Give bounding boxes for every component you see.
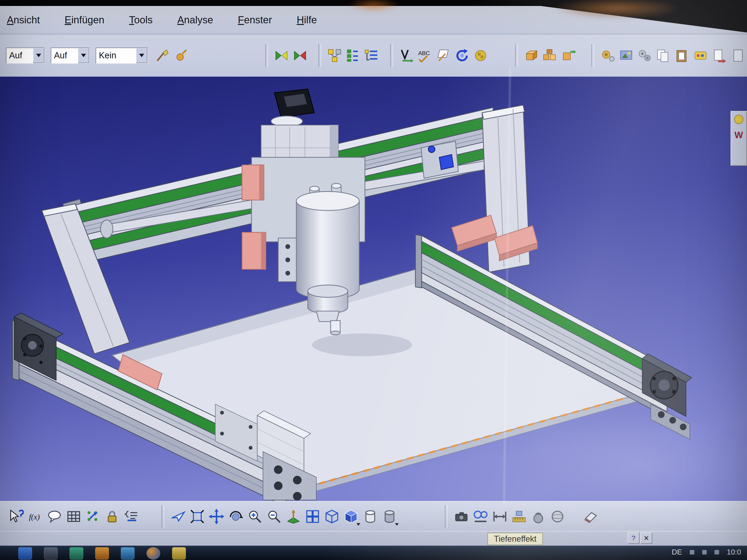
shaded-cube-icon[interactable] bbox=[341, 506, 361, 527]
menu-ansicht[interactable]: Ansicht bbox=[0, 13, 47, 27]
taskbar-app-tile[interactable] bbox=[70, 547, 83, 560]
chevron-down-icon[interactable] bbox=[357, 523, 360, 526]
toolbar-separator bbox=[445, 505, 448, 528]
speech-bubble-icon[interactable] bbox=[45, 506, 64, 527]
annotation-flag-icon[interactable] bbox=[435, 47, 452, 65]
taskbar-app-tile[interactable] bbox=[95, 547, 109, 560]
menu-einfuegen[interactable]: Einfügen bbox=[58, 13, 111, 27]
chevron-down-icon[interactable] bbox=[136, 48, 147, 63]
pan-icon[interactable] bbox=[207, 506, 226, 527]
measure-between-icon[interactable] bbox=[490, 506, 510, 527]
split-red-icon[interactable] bbox=[291, 47, 309, 65]
rotate-icon[interactable] bbox=[226, 506, 245, 527]
tray-icon[interactable] bbox=[690, 550, 694, 555]
layer-combo[interactable]: Kein bbox=[96, 48, 148, 63]
reel-icon[interactable] bbox=[471, 506, 490, 527]
render-alt-icon[interactable] bbox=[380, 506, 399, 527]
abc-spellcheck-icon[interactable]: ABC bbox=[416, 47, 434, 65]
toolbar-separator bbox=[591, 44, 594, 67]
catalog-gears-icon[interactable] bbox=[599, 47, 616, 65]
status-strip: Tiefeneffekt ? ✕ bbox=[0, 531, 747, 546]
chevron-down-icon[interactable] bbox=[395, 523, 399, 526]
update-swirl-icon[interactable] bbox=[454, 47, 470, 65]
copy-doc-icon[interactable] bbox=[655, 47, 672, 65]
normal-view-icon[interactable] bbox=[284, 506, 303, 527]
tooltip-tiefeneffekt: Tiefeneffekt bbox=[487, 533, 543, 545]
toolbar-separator bbox=[515, 44, 518, 67]
toolbar-separator bbox=[318, 44, 321, 67]
combo-value: Auf bbox=[6, 48, 33, 63]
zoom-out-icon[interactable] bbox=[264, 506, 284, 527]
clock[interactable]: 10:0 bbox=[727, 548, 741, 556]
graphic-properties-toolbar: Auf Auf Kein bbox=[0, 34, 747, 77]
paintbrush-icon[interactable] bbox=[153, 47, 171, 65]
taskbar-app-tile[interactable] bbox=[44, 547, 58, 560]
abc-label: ABC bbox=[418, 50, 430, 56]
toolbar-separator bbox=[265, 44, 268, 67]
analysis-cube-icon[interactable] bbox=[560, 47, 577, 65]
fit-all-icon[interactable] bbox=[188, 506, 207, 527]
taskbar-app-tile[interactable] bbox=[18, 547, 32, 560]
render-cylinder-icon[interactable] bbox=[361, 506, 380, 527]
photographed-screen: Ansicht Einfügen Tools Analyse Fenster H… bbox=[0, 0, 747, 560]
apply-material-icon[interactable] bbox=[472, 47, 489, 65]
paste-doc-icon[interactable] bbox=[673, 47, 691, 65]
language-indicator[interactable]: DE bbox=[672, 548, 682, 556]
taskbar-app-tile[interactable] bbox=[172, 547, 186, 560]
image-icon[interactable] bbox=[617, 47, 635, 65]
grid-icon[interactable] bbox=[64, 506, 83, 527]
quad-view-icon[interactable] bbox=[303, 506, 322, 527]
photo-glow bbox=[523, 415, 747, 515]
windows-taskbar: DE 10:0 bbox=[0, 545, 747, 560]
magic-wand-icon[interactable] bbox=[172, 47, 189, 65]
zoom-in-icon[interactable] bbox=[245, 506, 264, 527]
assembly-cube-icon[interactable] bbox=[541, 47, 559, 65]
iso-cube-icon[interactable] bbox=[322, 506, 341, 527]
line-combo-2[interactable]: Auf bbox=[51, 48, 90, 63]
w-label: W bbox=[735, 130, 743, 140]
split-green-icon[interactable] bbox=[273, 47, 290, 65]
part-cube-icon[interactable] bbox=[523, 47, 540, 65]
toolbar-separator bbox=[161, 505, 164, 528]
tree-list-icon[interactable] bbox=[363, 47, 380, 65]
taskbar-tray: DE 10:0 bbox=[672, 546, 747, 556]
close-button[interactable]: ✕ bbox=[640, 532, 652, 544]
toolbar-separator bbox=[390, 44, 393, 67]
taskbar-app-tile[interactable] bbox=[147, 547, 160, 560]
formula-fx-icon[interactable]: f(x) bbox=[26, 506, 45, 527]
tray-icon[interactable] bbox=[702, 550, 707, 555]
menu-fenster[interactable]: Fenster bbox=[231, 13, 279, 27]
line-combo-1[interactable]: Auf bbox=[6, 48, 45, 63]
context-help-cursor-icon[interactable] bbox=[6, 506, 26, 527]
chevron-down-icon[interactable] bbox=[33, 48, 44, 63]
graph-tree-icon[interactable] bbox=[326, 47, 343, 65]
gears-icon[interactable] bbox=[636, 47, 653, 65]
partial-doc-icon[interactable] bbox=[729, 47, 746, 65]
reorder-tree-icon[interactable] bbox=[344, 47, 362, 65]
measure-v-icon[interactable] bbox=[398, 47, 415, 65]
fly-mode-icon[interactable] bbox=[169, 506, 188, 527]
floating-toolbar-partial[interactable]: W bbox=[730, 111, 747, 166]
relations-icon[interactable] bbox=[122, 506, 141, 527]
lock-icon[interactable] bbox=[103, 506, 122, 527]
lamp-icon bbox=[734, 115, 743, 124]
menu-tools[interactable]: Tools bbox=[122, 13, 159, 27]
combo-value: Auf bbox=[51, 48, 78, 63]
menu-hilfe[interactable]: Hilfe bbox=[290, 13, 324, 27]
snap-grid-icon[interactable] bbox=[83, 506, 103, 527]
menu-analyse[interactable]: Analyse bbox=[171, 13, 220, 27]
camera-icon[interactable] bbox=[452, 506, 471, 527]
export-doc-icon[interactable] bbox=[711, 47, 728, 65]
formula-label: f(x) bbox=[29, 512, 40, 521]
combo-value: Kein bbox=[96, 48, 136, 63]
tray-icon[interactable] bbox=[715, 550, 719, 555]
taskbar-apps bbox=[0, 546, 186, 560]
help-button[interactable]: ? bbox=[627, 532, 639, 544]
taskbar-app-tile[interactable] bbox=[121, 547, 134, 560]
palette-icon[interactable] bbox=[692, 47, 709, 65]
chevron-down-icon[interactable] bbox=[78, 48, 89, 63]
